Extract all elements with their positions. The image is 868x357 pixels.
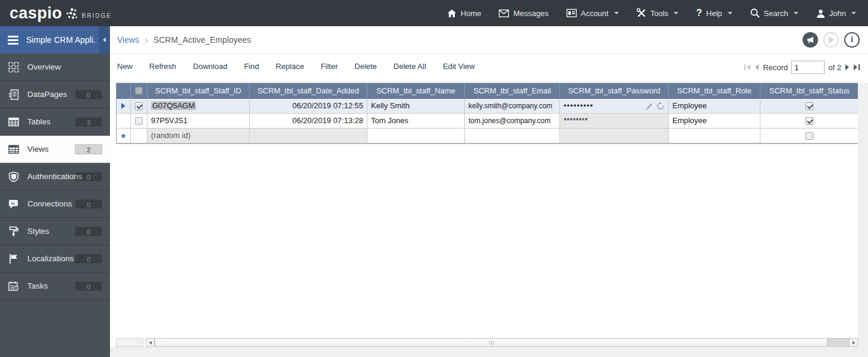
sidebar-item-label: Overview	[27, 62, 61, 71]
new-button[interactable]: New	[117, 62, 133, 71]
localizations-icon	[8, 253, 19, 264]
cell-date-added[interactable]: 06/20/2019 07:12:55	[250, 99, 367, 114]
replace-button[interactable]: Replace	[276, 62, 304, 71]
column-header-name[interactable]: SCRM_tbl_staff_Name	[367, 83, 465, 99]
hscrollbar-corner	[116, 338, 143, 347]
sidebar-item-authentications[interactable]: Authentications 0	[0, 163, 110, 190]
next-record-button[interactable]	[845, 64, 850, 70]
nav-account-label: Account	[581, 9, 609, 18]
sidebar-item-styles[interactable]: Styles 0	[0, 218, 110, 245]
account-icon	[567, 9, 577, 17]
sidebar-item-tables[interactable]: Tables 3	[0, 108, 110, 136]
row-checkbox[interactable]	[135, 117, 143, 125]
announcement-icon[interactable]	[803, 32, 818, 48]
sidebar-item-localizations[interactable]: Localizations 0	[0, 245, 110, 273]
edit-password-icon[interactable]	[646, 102, 653, 110]
select-all-header[interactable]	[131, 83, 147, 99]
sidebar-item-tasks[interactable]: Tasks 0	[0, 273, 110, 300]
cell-staff-id[interactable]: G07Q5AGM	[147, 99, 250, 114]
cell-role[interactable]: Employee	[669, 114, 760, 129]
cell-password[interactable]: •••••••••	[560, 99, 669, 114]
cell-role[interactable]: Employee	[669, 99, 760, 114]
search-icon	[750, 8, 760, 18]
nav-account[interactable]: Account	[567, 9, 619, 18]
column-header-staff-id[interactable]: SCRM_tbl_staff_Staff_ID	[147, 83, 250, 99]
sidebar-collapse-button[interactable]	[99, 26, 110, 54]
tools-icon	[637, 8, 646, 18]
cell-staff-id-new[interactable]: (random id)	[147, 129, 250, 143]
cell-staff-id[interactable]: 97P5VJS1	[147, 114, 250, 129]
row-select-cell[interactable]	[131, 99, 147, 114]
collapse-left-icon	[103, 37, 106, 42]
delete-button[interactable]: Delete	[354, 62, 377, 71]
datasheet-table: SCRM_tbl_staff_Staff_ID SCRM_tbl_staff_D…	[116, 83, 858, 144]
record-number-input[interactable]	[791, 61, 825, 74]
status-checkbox[interactable]	[806, 132, 813, 140]
cell-role-new[interactable]	[669, 129, 760, 143]
row-checkbox[interactable]	[135, 102, 143, 110]
cell-status-new[interactable]	[760, 129, 858, 143]
first-record-button[interactable]	[744, 64, 751, 70]
column-header-status[interactable]: SCRM_tbl_staff_Status	[760, 83, 858, 99]
nav-help[interactable]: ? Help	[696, 8, 732, 18]
row-indicator[interactable]	[117, 114, 131, 129]
sidebar-app-header[interactable]: Simple CRM Appli...	[0, 26, 110, 54]
horizontal-scrollbar	[116, 338, 858, 347]
nav-search[interactable]: Search	[750, 8, 798, 18]
sidebar-item-connections[interactable]: hi Connections 0	[0, 190, 110, 218]
cell-email-new[interactable]	[465, 129, 560, 143]
cell-name[interactable]: Kelly Smith	[367, 99, 465, 114]
nav-user-label: John	[829, 9, 846, 18]
cell-status[interactable]	[760, 114, 858, 129]
row-select-cell[interactable]	[131, 114, 147, 129]
select-all-checkbox[interactable]	[135, 87, 143, 95]
menu-icon[interactable]	[8, 36, 18, 45]
scrollbar-track[interactable]	[828, 338, 849, 347]
column-header-role[interactable]: SCRM_tbl_staff_Role	[669, 83, 760, 99]
chevron-down-icon	[674, 12, 678, 14]
cell-password-new[interactable]	[560, 129, 669, 143]
reset-password-icon[interactable]	[656, 102, 665, 110]
status-checkbox[interactable]	[806, 102, 813, 110]
cell-name-new[interactable]	[367, 129, 465, 143]
last-record-button[interactable]	[853, 64, 860, 70]
filter-button[interactable]: Filter	[320, 62, 338, 71]
nav-tools[interactable]: Tools	[637, 8, 678, 18]
play-icon[interactable]	[823, 32, 839, 48]
top-navbar: caspio BRIDGE Home	[0, 0, 868, 26]
delete-all-button[interactable]: Delete All	[394, 62, 426, 71]
scroll-left-button[interactable]	[146, 338, 155, 347]
nav-tools-label: Tools	[650, 9, 668, 18]
views-icon	[8, 144, 19, 155]
info-icon[interactable]: i	[844, 32, 860, 48]
scrollbar-thumb[interactable]	[155, 338, 828, 347]
column-header-email[interactable]: SCRM_tbl_staff_Email	[465, 83, 560, 99]
refresh-button[interactable]: Refresh	[149, 62, 177, 71]
sidebar-item-views[interactable]: Views 2	[0, 136, 110, 163]
sidebar-item-datapages[interactable]: DataPages 0	[0, 81, 110, 108]
nav-messages[interactable]: Messages	[499, 9, 548, 18]
cell-date-added[interactable]: 06/20/2019 07:13:28	[250, 114, 367, 129]
download-button[interactable]: Download	[193, 62, 228, 71]
find-button[interactable]: Find	[244, 62, 259, 71]
cell-name[interactable]: Tom Jones	[367, 114, 465, 129]
cell-status[interactable]	[760, 99, 858, 114]
sidebar-item-overview[interactable]: Overview	[0, 54, 110, 81]
nav-home[interactable]: Home	[447, 9, 482, 18]
breadcrumb-views-link[interactable]: Views	[117, 35, 139, 45]
column-header-password[interactable]: SCRM_tbl_staff_Password	[560, 83, 669, 99]
cell-password[interactable]: ********	[560, 114, 669, 129]
status-checkbox[interactable]	[806, 117, 813, 125]
previous-record-button[interactable]	[754, 64, 759, 70]
caspio-logo[interactable]: caspio BRIDGE	[0, 5, 121, 21]
breadcrumb: Views › SCRM_Active_Employees	[110, 26, 868, 54]
nav-user[interactable]: John	[816, 9, 856, 18]
row-indicator[interactable]	[117, 99, 131, 114]
chevron-down-icon	[851, 12, 856, 14]
cell-email[interactable]: kelly.smith@company.com	[465, 99, 560, 114]
edit-view-button[interactable]: Edit View	[443, 62, 475, 71]
new-row-indicator[interactable]: *	[117, 129, 131, 143]
scroll-right-button[interactable]	[849, 338, 858, 347]
column-header-date-added[interactable]: SCRM_tbl_staff_Date_Added	[250, 83, 367, 99]
cell-email[interactable]: tom.jones@company.com	[465, 114, 560, 129]
